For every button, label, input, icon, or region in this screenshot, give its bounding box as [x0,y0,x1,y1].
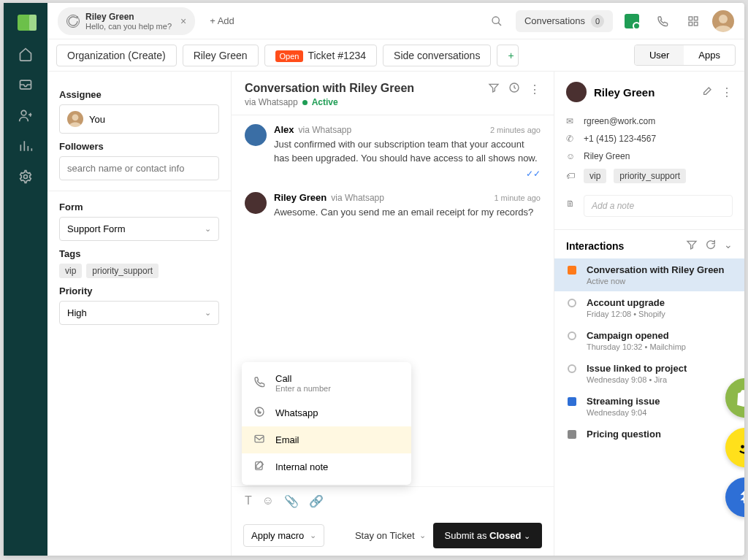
interaction-item[interactable]: Conversation with Riley Green Active now [554,258,744,291]
edit-icon[interactable] [702,85,714,99]
interaction-item[interactable]: Streaming issue Wednesday 9:04 [554,390,744,423]
chevron-down-icon: ⌄ [205,308,211,318]
svg-rect-5 [694,17,698,20]
text-format-icon[interactable]: T [245,494,252,508]
tab-ticket[interactable]: OpenTicket #1234 [264,45,378,66]
note-input[interactable]: Add a note [584,195,733,217]
svg-rect-6 [689,22,692,26]
tags-icon: 🏷 [566,171,576,181]
customer-name: Riley Green [594,86,695,99]
search-icon[interactable] [485,9,508,33]
attachment-icon[interactable]: 📎 [284,494,299,508]
conversation-title: Conversation with Riley Green [245,82,414,95]
channel-internal-note[interactable]: Internal note [242,453,411,480]
conversations-pill[interactable]: Conversations 0 [516,10,613,32]
user-avatar[interactable] [712,10,734,32]
interaction-item[interactable]: Campaign opened Thursday 10:32 • Mailchi… [554,324,744,357]
customer-avatar [566,82,587,102]
home-icon[interactable] [18,47,33,61]
inbox-icon[interactable] [18,77,33,92]
nav-sidebar [4,3,47,556]
macro-select[interactable]: Apply macro ⌄ [243,524,324,547]
customers-icon[interactable] [18,108,33,123]
integration-floaters [725,378,744,517]
jira-button[interactable] [725,477,744,517]
segment-apps[interactable]: Apps [684,45,735,65]
segment-user[interactable]: User [635,45,684,65]
submit-button[interactable]: Submit as Closed ⌄ [433,523,542,548]
more-icon[interactable]: ⋮ [721,85,733,99]
followers-search[interactable] [67,163,211,174]
badge-count: 0 [591,15,604,28]
note-icon: 🗎 [566,199,576,209]
channel-menu[interactable]: CallEnter a number Whatsapp Email Intern… [242,362,411,485]
status-label: Active [312,97,338,107]
ticket-properties: Assignee You Followers Form Support Form… [47,72,232,556]
form-label: Form [59,202,219,212]
chevron-down-icon: ⌄ [310,531,316,540]
reports-icon[interactable] [18,139,33,153]
stay-on-ticket-select[interactable]: Stay on Ticket ⌄ [355,530,426,541]
status-square-icon [568,397,576,406]
channel-whatsapp[interactable]: Whatsapp [242,399,411,426]
channel-email[interactable]: Email [242,426,411,453]
tag-chip[interactable]: priority_support [86,264,159,278]
svg-point-3 [492,17,499,23]
status-dot [302,100,308,105]
refresh-icon[interactable] [705,239,717,253]
more-icon[interactable]: ⋮ [529,83,541,96]
svg-rect-4 [689,17,692,20]
interaction-item[interactable]: Account upgrade Friday 12:08 • Shopify [554,291,744,324]
interaction-item[interactable]: Issue linked to project Wednesday 9:08 •… [554,357,744,390]
tag-chip[interactable]: vip [59,264,82,278]
chevron-down-icon: ⌄ [419,531,426,540]
timeline-dot-icon [568,299,576,307]
settings-icon[interactable] [18,169,33,184]
svg-point-1 [21,110,26,115]
history-icon[interactable] [508,82,520,96]
conversation-pill[interactable]: Riley Green Hello, can you help me? × [58,7,195,35]
email-icon: ✉ [566,116,576,126]
tab-side-conversations[interactable]: Side conversations [383,45,491,66]
user-apps-segment: User Apps [634,45,736,66]
timeline-dot-icon [568,364,576,373]
interaction-item[interactable]: Pricing question [554,423,744,445]
whatsapp-icon [66,15,80,28]
channel-call[interactable]: CallEnter a number [242,367,411,399]
phone-icon[interactable] [651,9,674,33]
apps-grid-icon[interactable] [682,9,705,33]
svg-point-2 [24,175,28,179]
agent-avatar [245,124,267,146]
tags-label: Tags [59,248,219,259]
svg-point-13 [741,445,744,449]
priority-label: Priority [59,285,219,296]
link-icon[interactable]: 🔗 [309,494,324,508]
assignee-field[interactable]: You [59,104,219,134]
whatsapp-icon [253,406,267,420]
note-icon [253,460,267,474]
priority-select[interactable]: High ⌄ [59,301,219,325]
chevron-down-icon: ⌄ [205,224,211,234]
message-item: Riley Green via Whatsapp 1 minute ago Aw… [245,192,541,220]
tag-chip[interactable]: vip [584,169,606,183]
chat-active-icon[interactable] [620,9,644,33]
tab-organization[interactable]: Organization (Create) [56,45,177,66]
user-panel: Riley Green ⋮ ✉rgreen@work.com ✆+1 (415)… [554,72,744,556]
mailchimp-button[interactable] [725,428,744,467]
shopify-button[interactable] [725,378,744,418]
tab-name[interactable]: Riley Green [183,45,259,66]
filter-icon[interactable] [488,82,500,96]
svg-rect-7 [694,22,698,26]
add-tab-button[interactable]: + [497,45,519,66]
emoji-icon[interactable]: ☺ [262,494,274,508]
svg-rect-10 [255,435,264,442]
close-icon[interactable]: × [180,15,186,27]
filter-icon[interactable] [686,239,698,253]
tag-chip[interactable]: priority_support [614,169,686,183]
pill-subtitle: Hello, can you help me? [85,22,172,31]
add-button[interactable]: + Add [202,11,242,31]
form-select[interactable]: Support Form ⌄ [59,217,219,241]
conversation-panel: Conversation with Riley Green via Whatsa… [232,72,554,556]
chevron-down-icon[interactable]: ⌄ [724,239,733,253]
followers-input[interactable] [59,156,219,180]
